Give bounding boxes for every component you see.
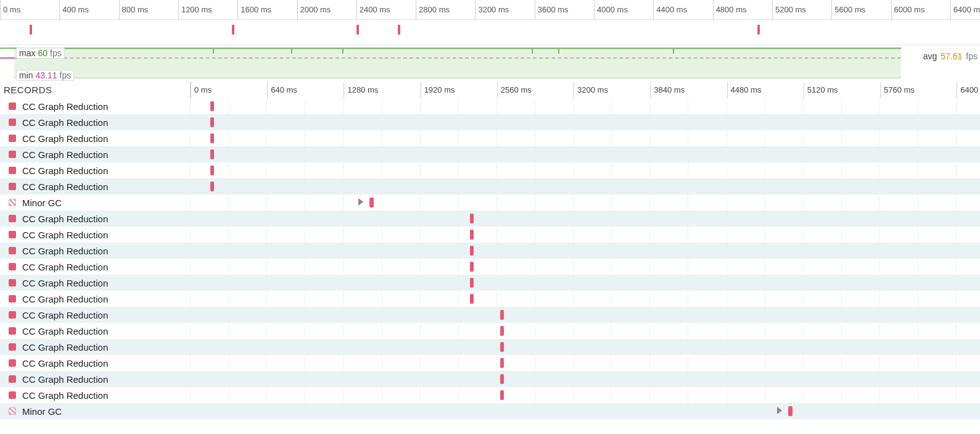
timeline-row[interactable] bbox=[190, 307, 980, 323]
timeline-row[interactable] bbox=[190, 211, 980, 227]
timeline-bar[interactable] bbox=[500, 342, 504, 352]
record-row[interactable]: CC Graph Reduction bbox=[0, 98, 190, 114]
record-row[interactable]: CC Graph Reduction bbox=[0, 146, 190, 162]
fps-dip bbox=[213, 48, 214, 54]
timeline-bar[interactable] bbox=[500, 374, 504, 384]
record-label: CC Graph Reduction bbox=[22, 165, 108, 176]
record-label: CC Graph Reduction bbox=[22, 374, 108, 385]
timeline-row[interactable] bbox=[190, 98, 980, 114]
expand-chevron-icon[interactable] bbox=[358, 198, 363, 206]
record-label: CC Graph Reduction bbox=[22, 310, 108, 320]
timeline-bar[interactable] bbox=[210, 133, 214, 143]
timeline-row[interactable] bbox=[190, 323, 980, 339]
overview-marker-track[interactable] bbox=[0, 20, 980, 44]
timeline-row[interactable] bbox=[190, 227, 980, 243]
record-swatch-icon bbox=[9, 102, 16, 110]
timeline-bar[interactable] bbox=[470, 230, 474, 240]
record-row[interactable]: CC Graph Reduction bbox=[0, 371, 190, 387]
timeline-row[interactable] bbox=[190, 114, 980, 130]
record-label: CC Graph Reduction bbox=[22, 326, 108, 336]
expand-chevron-icon[interactable] bbox=[777, 407, 782, 414]
fps-max-line bbox=[0, 48, 901, 49]
record-row[interactable]: CC Graph Reduction bbox=[0, 387, 190, 403]
timeline-bar[interactable] bbox=[500, 326, 504, 336]
overview-tick: 5200 ms bbox=[772, 0, 806, 20]
timeline-row[interactable] bbox=[190, 371, 980, 387]
timeline-bar[interactable] bbox=[470, 294, 474, 304]
timeline-bar[interactable] bbox=[369, 198, 374, 207]
timeline-bar[interactable] bbox=[788, 406, 793, 416]
timeline-bar[interactable] bbox=[470, 262, 474, 272]
timeline-panel[interactable]: 0 ms640 ms1280 ms1920 ms2560 ms3200 ms38… bbox=[190, 82, 980, 434]
timeline-row[interactable] bbox=[190, 162, 980, 178]
fps-panel: max 60 fps min 43.11 fps avg 57.61 fps bbox=[0, 45, 980, 82]
fps-unit: fps bbox=[60, 70, 72, 80]
record-row[interactable]: CC Graph Reduction bbox=[0, 307, 190, 323]
timeline-tick: 2560 ms bbox=[497, 82, 532, 98]
timeline-bar[interactable] bbox=[210, 117, 214, 127]
timeline-bar[interactable] bbox=[210, 149, 214, 159]
timeline-tick: 4480 ms bbox=[727, 82, 762, 98]
record-row[interactable]: CC Graph Reduction bbox=[0, 130, 190, 146]
record-row[interactable]: CC Graph Reduction bbox=[0, 227, 190, 243]
record-row[interactable]: CC Graph Reduction bbox=[0, 291, 190, 307]
record-row[interactable]: CC Graph Reduction bbox=[0, 162, 190, 178]
timeline-row[interactable] bbox=[190, 194, 980, 211]
record-row[interactable]: CC Graph Reduction bbox=[0, 339, 190, 355]
record-row[interactable]: CC Graph Reduction bbox=[0, 355, 190, 371]
timeline-tick: 0 ms bbox=[191, 82, 212, 98]
record-swatch-icon bbox=[9, 263, 16, 270]
record-swatch-icon bbox=[9, 167, 16, 174]
fps-dip bbox=[342, 48, 344, 54]
timeline-bar[interactable] bbox=[500, 310, 504, 320]
timeline-bar[interactable] bbox=[210, 101, 214, 111]
timeline-bar[interactable] bbox=[500, 390, 504, 400]
record-row[interactable]: CC Graph Reduction bbox=[0, 211, 190, 227]
record-label: CC Graph Reduction bbox=[22, 133, 108, 144]
overview-ruler[interactable]: 0 ms400 ms800 ms1200 ms1600 ms2000 ms240… bbox=[0, 0, 980, 20]
timeline-row[interactable] bbox=[190, 259, 980, 275]
fps-min-label: min 43.11 fps bbox=[16, 70, 74, 81]
record-label: CC Graph Reduction bbox=[22, 246, 108, 256]
timeline-row[interactable] bbox=[190, 403, 980, 419]
fps-max-label: max 60 fps bbox=[16, 48, 65, 59]
timeline-bar[interactable] bbox=[210, 165, 214, 175]
record-row[interactable]: CC Graph Reduction bbox=[0, 275, 190, 291]
timeline-bar[interactable] bbox=[470, 214, 474, 223]
timeline-row[interactable] bbox=[190, 146, 980, 162]
overview-marker[interactable] bbox=[398, 25, 400, 35]
record-label: CC Graph Reduction bbox=[22, 342, 108, 353]
overview-marker[interactable] bbox=[30, 25, 32, 35]
timeline-row[interactable] bbox=[190, 130, 980, 146]
timeline-row[interactable] bbox=[190, 178, 980, 194]
record-row[interactable]: CC Graph Reduction bbox=[0, 178, 190, 194]
timeline-row[interactable] bbox=[190, 291, 980, 307]
record-row[interactable]: CC Graph Reduction bbox=[0, 243, 190, 259]
overview-tick: 4000 ms bbox=[594, 0, 628, 20]
timeline-row[interactable] bbox=[190, 243, 980, 259]
timeline-row[interactable] bbox=[190, 275, 980, 291]
overview-marker[interactable] bbox=[232, 25, 234, 35]
overview-marker[interactable] bbox=[356, 25, 359, 35]
records-sidebar: RECORDS CC Graph ReductionCC Graph Reduc… bbox=[0, 82, 190, 434]
main-panel: RECORDS CC Graph ReductionCC Graph Reduc… bbox=[0, 82, 980, 434]
timeline-row[interactable] bbox=[190, 339, 980, 355]
overview-marker[interactable] bbox=[757, 25, 760, 35]
timeline-ruler[interactable]: 0 ms640 ms1280 ms1920 ms2560 ms3200 ms38… bbox=[190, 82, 980, 98]
timeline-bar[interactable] bbox=[470, 278, 474, 288]
record-row[interactable]: Minor GC bbox=[0, 194, 190, 211]
timeline-body[interactable] bbox=[190, 98, 980, 419]
timeline-row[interactable] bbox=[190, 387, 980, 403]
timeline-bar[interactable] bbox=[500, 358, 504, 368]
timeline-tick: 3840 ms bbox=[650, 82, 685, 98]
timeline-tick: 5760 ms bbox=[880, 82, 915, 98]
timeline-bar[interactable] bbox=[210, 182, 214, 191]
record-row[interactable]: CC Graph Reduction bbox=[0, 323, 190, 339]
timeline-bar[interactable] bbox=[470, 246, 474, 256]
record-row[interactable]: Minor GC bbox=[0, 403, 190, 419]
record-row[interactable]: CC Graph Reduction bbox=[0, 259, 190, 275]
fps-unit: fps bbox=[966, 51, 978, 61]
overview-tick: 0 ms bbox=[0, 0, 20, 20]
record-row[interactable]: CC Graph Reduction bbox=[0, 114, 190, 130]
timeline-row[interactable] bbox=[190, 355, 980, 371]
